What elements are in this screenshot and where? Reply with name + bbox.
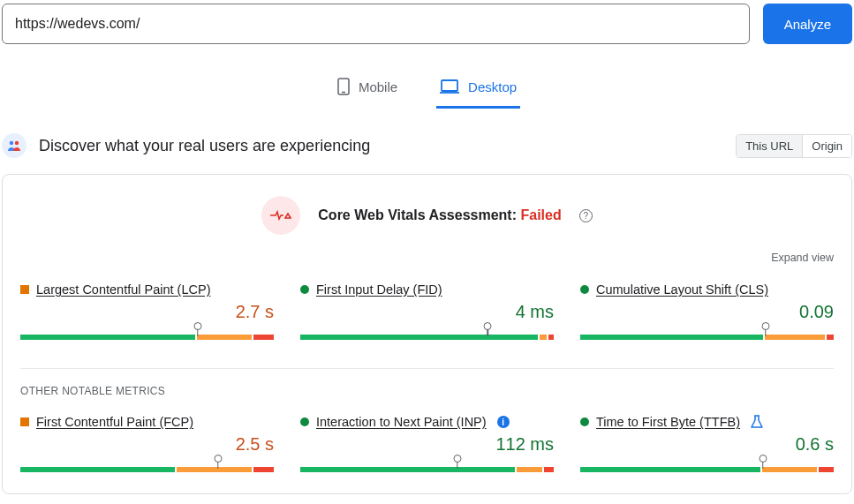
metric: First Contentful Paint (FCP)2.5 s (20, 415, 274, 472)
other-metrics-label: OTHER NOTABLE METRICS (11, 369, 843, 397)
help-icon[interactable]: ? (579, 209, 593, 222)
status-dot-icon (300, 417, 309, 426)
metric-value: 0.6 s (580, 434, 834, 455)
metric-bar (300, 458, 554, 472)
status-dot-icon (580, 285, 589, 294)
users-icon (2, 133, 26, 158)
vitals-card: Core Web Vitals Assessment: Failed ? Exp… (2, 174, 852, 494)
toggle-this-url[interactable]: This URL (737, 135, 802, 157)
svg-point-4 (10, 141, 13, 145)
metric-name[interactable]: Interaction to Next Paint (INP) (316, 415, 487, 429)
status-dot-icon (300, 285, 309, 294)
marker-icon (215, 455, 222, 467)
metric-bar (20, 458, 274, 472)
flask-icon[interactable] (751, 415, 763, 429)
other-metrics-grid: First Contentful Paint (FCP)2.5 sInterac… (11, 397, 843, 472)
expand-view-link[interactable]: Expand view (771, 252, 834, 264)
metric-bar (580, 458, 834, 472)
svg-rect-2 (442, 80, 457, 91)
metric-bar (20, 326, 274, 340)
metric: Largest Contentful Paint (LCP)2.7 s (20, 282, 274, 340)
metric-name[interactable]: Largest Contentful Paint (LCP) (36, 282, 210, 297)
desktop-icon (440, 79, 459, 94)
tab-mobile-label: Mobile (359, 79, 397, 94)
metric: Cumulative Layout Shift (CLS)0.09 (580, 282, 834, 340)
marker-icon (194, 322, 201, 335)
metric-name[interactable]: First Contentful Paint (FCP) (36, 415, 193, 429)
url-input[interactable] (2, 4, 750, 44)
metric: Interaction to Next Paint (INP)i112 ms (300, 415, 554, 472)
tab-desktop-label: Desktop (468, 79, 517, 94)
toggle-origin[interactable]: Origin (802, 135, 851, 157)
metric-name[interactable]: Time to First Byte (TTFB) (596, 415, 740, 429)
assessment-label: Core Web Vitals Assessment: (318, 207, 517, 222)
tab-desktop[interactable]: Desktop (436, 71, 520, 109)
discover-title: Discover what your real users are experi… (39, 137, 370, 155)
metric-value: 2.7 s (20, 302, 274, 322)
mobile-icon (337, 78, 350, 95)
metric-value: 2.5 s (20, 434, 274, 455)
metric: First Input Delay (FID)4 ms (300, 282, 554, 340)
status-dot-icon (580, 417, 589, 426)
device-tabs: Mobile Desktop (0, 71, 854, 109)
marker-icon (454, 455, 461, 467)
metric-name[interactable]: Cumulative Layout Shift (CLS) (596, 282, 768, 297)
assessment-text: Core Web Vitals Assessment: Failed (318, 207, 561, 223)
svg-point-5 (15, 141, 19, 145)
marker-icon (760, 455, 767, 467)
metric-name[interactable]: First Input Delay (FID) (316, 282, 442, 297)
scope-toggle: This URL Origin (736, 134, 852, 158)
metric-value: 4 ms (300, 302, 554, 322)
metric: Time to First Byte (TTFB)0.6 s (580, 415, 834, 472)
metric-bar (580, 326, 834, 340)
info-icon[interactable]: i (497, 416, 510, 428)
tab-mobile[interactable]: Mobile (334, 71, 401, 109)
marker-icon (762, 322, 769, 335)
pulse-icon (261, 196, 300, 235)
marker-icon (484, 322, 491, 335)
status-square-icon (20, 417, 29, 426)
assessment-status: Failed (520, 207, 561, 222)
status-square-icon (20, 285, 29, 294)
analyze-button[interactable]: Analyze (763, 4, 852, 44)
metric-value: 112 ms (300, 434, 554, 455)
core-metrics-grid: Largest Contentful Paint (LCP)2.7 sFirst… (11, 265, 843, 340)
metric-value: 0.09 (580, 302, 834, 322)
metric-bar (300, 326, 554, 340)
